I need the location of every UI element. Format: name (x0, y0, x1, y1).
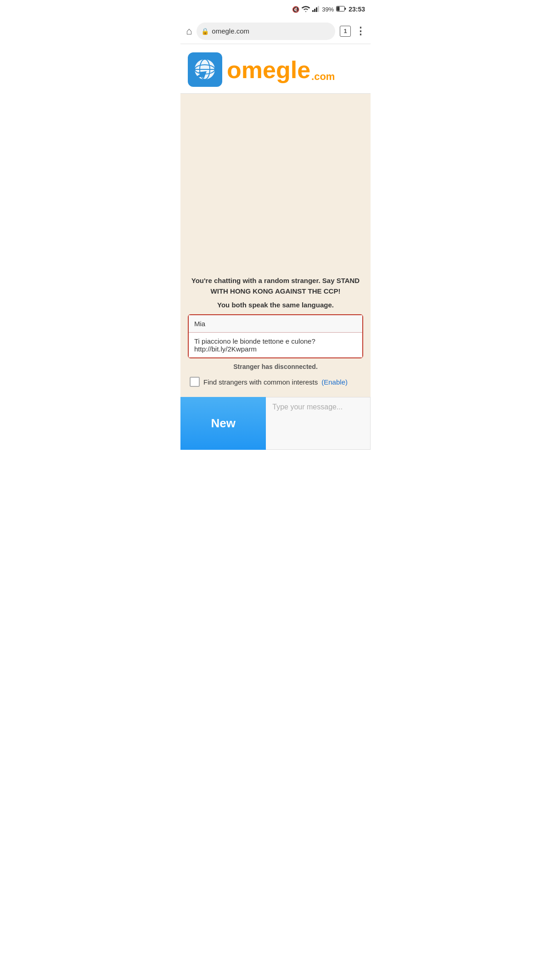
disconnected-notice: Stranger has disconnected. (188, 363, 363, 370)
bottom-bar: New Type your message... (180, 397, 371, 450)
new-button[interactable]: New (180, 397, 266, 450)
common-interests-label: Find strangers with common interests (203, 378, 318, 386)
wifi-icon (302, 6, 310, 13)
status-bar: 🔇 39% 23:53 (180, 0, 371, 18)
url-bar[interactable]: 🔒 omegle.com (197, 23, 335, 40)
logo-text-group: omegle.com (227, 58, 335, 82)
svg-rect-1 (314, 9, 315, 12)
svg-rect-0 (312, 10, 314, 12)
common-interests-checkbox[interactable] (190, 377, 200, 387)
svg-rect-5 (337, 6, 340, 11)
battery-percentage: 39% (322, 6, 334, 13)
chat-notice: You're chatting with a random stranger. … (188, 276, 363, 296)
svg-rect-2 (316, 7, 317, 12)
message-placeholder: Type your message... (272, 403, 343, 411)
menu-dots[interactable]: ⋮ (355, 25, 365, 37)
stranger-message: Ti piacciono le bionde tettone e culone?… (189, 333, 362, 357)
chat-area: You're chatting with a random stranger. … (180, 268, 371, 397)
status-icons: 🔇 39% 23:53 (292, 6, 365, 13)
logo-name: omegle.com (227, 57, 335, 83)
lock-icon: 🔒 (201, 28, 209, 35)
logo-section: omegle.com (180, 44, 371, 94)
battery-icon (336, 6, 346, 13)
logo-com: .com (311, 71, 335, 82)
home-icon[interactable]: ⌂ (186, 25, 192, 37)
ad-area (180, 94, 371, 268)
same-language-notice: You both speak the same language. (188, 301, 363, 309)
enable-link[interactable]: (Enable) (321, 378, 348, 386)
svg-rect-3 (318, 6, 319, 12)
signal-icon (312, 6, 320, 13)
message-input-area[interactable]: Type your message... (266, 397, 371, 450)
time-display: 23:53 (349, 6, 365, 13)
your-message: Mia (189, 315, 362, 333)
common-interests-row: Find strangers with common interests (En… (188, 377, 363, 387)
tab-count[interactable]: 1 (340, 26, 351, 37)
mute-icon: 🔇 (292, 6, 299, 13)
browser-bar: ⌂ 🔒 omegle.com 1 ⋮ (180, 18, 371, 44)
chat-message-box: Mia Ti piacciono le bionde tettone e cul… (188, 314, 363, 358)
omegle-logo-icon (188, 52, 222, 87)
url-text: omegle.com (212, 27, 249, 35)
